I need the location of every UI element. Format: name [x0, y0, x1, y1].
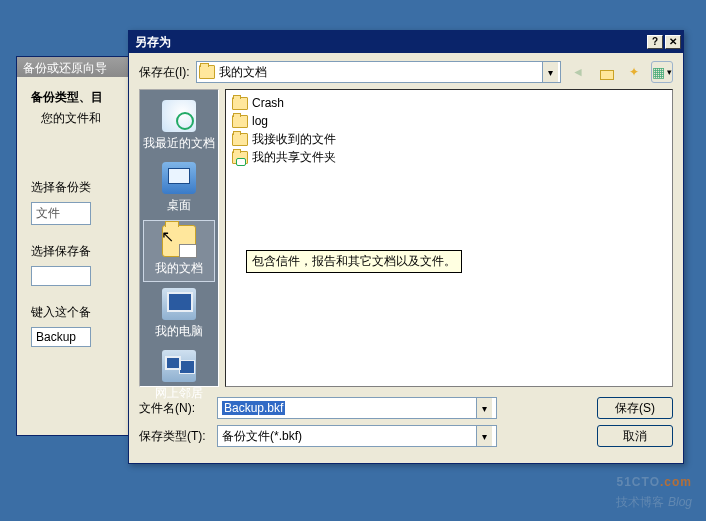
- file-list-pane[interactable]: Crash log 我接收到的文件 我的共享文件夹 包含信件，报告和其它文档以及…: [225, 89, 673, 387]
- wizard-save-location-field[interactable]: [31, 266, 91, 286]
- places-mycomputer[interactable]: 我的电脑: [143, 284, 215, 344]
- desktop-icon: [162, 162, 196, 194]
- watermark: 51CTO.com 技术博客 Blog: [616, 461, 692, 511]
- filename-combo[interactable]: Backup.bkf: [217, 397, 497, 419]
- dialog-title-text: 另存为: [135, 34, 645, 51]
- lookin-row: 保存在(I): 我的文档: [129, 53, 683, 89]
- places-mypc-label: 我的电脑: [143, 323, 215, 340]
- save-button[interactable]: 保存(S): [597, 397, 673, 419]
- file-name: log: [252, 114, 268, 128]
- places-desktop[interactable]: 桌面: [143, 158, 215, 218]
- file-name: 我接收到的文件: [252, 131, 336, 148]
- save-as-dialog: 另存为 ? ✕ 保存在(I): 我的文档 我最近的文档: [128, 30, 684, 464]
- close-button[interactable]: ✕: [665, 35, 681, 49]
- folder-icon: [232, 133, 248, 146]
- view-menu-button[interactable]: [651, 61, 673, 83]
- file-name: Crash: [252, 96, 284, 110]
- wizard-backup-type-field[interactable]: 文件: [31, 202, 91, 225]
- network-places-icon: [162, 350, 196, 382]
- up-one-level-button[interactable]: [595, 61, 617, 83]
- places-network-label: 网上邻居: [143, 385, 215, 402]
- back-button[interactable]: [567, 61, 589, 83]
- help-button[interactable]: ?: [647, 35, 663, 49]
- folder-icon: [232, 97, 248, 110]
- watermark-brand: 51CTO: [617, 475, 660, 489]
- places-recent[interactable]: 我最近的文档: [143, 96, 215, 156]
- places-network[interactable]: 网上邻居: [143, 346, 215, 406]
- lookin-combo[interactable]: 我的文档: [196, 61, 561, 83]
- dialog-titlebar[interactable]: 另存为 ? ✕: [129, 31, 683, 53]
- folder-icon: [199, 65, 215, 79]
- places-mydocs-label: 我的文档: [144, 260, 214, 277]
- list-item[interactable]: 我接收到的文件: [232, 130, 666, 148]
- cancel-button[interactable]: 取消: [597, 425, 673, 447]
- places-bar: 我最近的文档 桌面 我的文档 我的电脑 网上邻居: [139, 89, 219, 387]
- filename-dropdown-icon[interactable]: [476, 398, 492, 418]
- filetype-combo[interactable]: 备份文件(*.bkf): [217, 425, 497, 447]
- watermark-sub: 技术博客: [616, 495, 664, 509]
- recent-docs-icon: [162, 100, 196, 132]
- filetype-dropdown-icon[interactable]: [476, 426, 492, 446]
- filetype-value: 备份文件(*.bkf): [222, 428, 302, 445]
- shared-folder-icon: [232, 151, 248, 164]
- list-item[interactable]: 我的共享文件夹: [232, 148, 666, 166]
- my-computer-icon: [162, 288, 196, 320]
- filetype-label: 保存类型(T):: [139, 428, 209, 445]
- places-recent-label: 我最近的文档: [143, 135, 215, 152]
- lookin-dropdown-icon[interactable]: [542, 62, 558, 82]
- new-folder-button[interactable]: [623, 61, 645, 83]
- lookin-value: 我的文档: [219, 64, 542, 81]
- file-name: 我的共享文件夹: [252, 149, 336, 166]
- watermark-blog: Blog: [668, 495, 692, 509]
- lookin-label: 保存在(I):: [139, 64, 190, 81]
- wizard-backup-name-field[interactable]: Backup: [31, 327, 91, 347]
- list-item[interactable]: Crash: [232, 94, 666, 112]
- watermark-suffix: .com: [660, 475, 692, 489]
- my-documents-icon: [162, 225, 196, 257]
- places-desktop-label: 桌面: [143, 197, 215, 214]
- folder-icon: [232, 115, 248, 128]
- tooltip: 包含信件，报告和其它文档以及文件。: [246, 250, 462, 273]
- filename-value: Backup.bkf: [222, 401, 285, 415]
- places-mydocs[interactable]: 我的文档: [143, 220, 215, 282]
- list-item[interactable]: log: [232, 112, 666, 130]
